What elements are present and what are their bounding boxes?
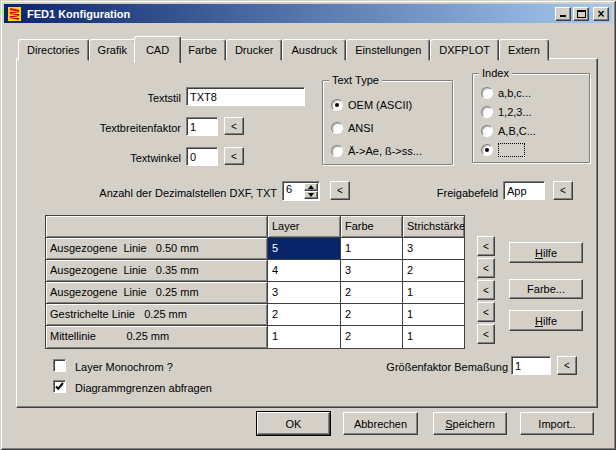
maximize-icon — [577, 10, 586, 18]
row-pick-button-1[interactable]: < — [477, 236, 495, 256]
table-cell-strichstaerke[interactable]: 1 — [403, 282, 464, 304]
window-title: FED1 Konfiguration — [27, 8, 130, 20]
radio-label: a,b,c... — [498, 87, 531, 99]
table-cell-layer[interactable]: 1 — [268, 326, 341, 348]
tab-grafik[interactable]: Grafik — [89, 39, 136, 61]
arrow-up-icon — [308, 185, 314, 189]
table-cell-farbe[interactable]: 2 — [341, 326, 403, 348]
tab-drucker[interactable]: Drucker — [226, 39, 283, 61]
textwinkel-label: Textwinkel — [40, 151, 181, 165]
tab-label: Drucker — [235, 44, 274, 56]
tab-label: CAD — [146, 44, 169, 56]
freigabefeld-label: Freigabefeld — [410, 186, 498, 200]
hilfe-button-bottom[interactable]: Hilfe — [509, 310, 583, 331]
radio-icon — [331, 122, 343, 134]
radio-label: OEM (ASCII) — [348, 99, 412, 111]
row-label: Gestrichelte Linie 0.25 mm — [46, 304, 268, 326]
tab-label: Grafik — [98, 44, 127, 56]
table-cell-farbe[interactable]: 1 — [341, 238, 403, 260]
table-cell-farbe[interactable]: 2 — [341, 282, 403, 304]
radio-umlaut-conversion[interactable]: Ä->Ae, ß->ss... — [331, 144, 422, 158]
row-pick-button-5[interactable]: < — [477, 324, 495, 344]
index-group-label: Index — [479, 67, 512, 80]
tab-label: Ausdruck — [291, 44, 337, 56]
table-cell-strichstaerke[interactable]: 3 — [403, 238, 464, 260]
table-header-empty — [46, 216, 268, 238]
radio-index-123[interactable]: 1,2,3... — [481, 105, 532, 119]
abbrechen-button[interactable]: Abbrechen — [343, 412, 418, 435]
radio-index-abc-lower[interactable]: a,b,c... — [481, 86, 531, 100]
row-pick-button-2[interactable]: < — [477, 258, 495, 278]
textbreitenfaktor-pick-button[interactable]: < — [224, 117, 244, 135]
row-label: Mittellinie 0.25 mm — [46, 326, 268, 348]
textbreitenfaktor-label: Textbreitenfaktor — [40, 121, 181, 135]
tab-ausdruck[interactable]: Ausdruck — [282, 39, 346, 61]
tab-farbe[interactable]: Farbe — [179, 39, 226, 61]
table-cell-strichstaerke[interactable]: 2 — [403, 260, 464, 282]
diagrammgrenzen-checkbox[interactable] — [53, 380, 66, 393]
layer-monochrom-checkbox[interactable] — [53, 359, 66, 372]
radio-icon — [331, 99, 343, 111]
tab-label: DXFPLOT — [439, 44, 490, 56]
tab-extern[interactable]: Extern — [499, 39, 549, 61]
groessenfaktor-input[interactable] — [511, 356, 551, 375]
freigabefeld-input[interactable] — [503, 181, 545, 200]
table-cell-layer[interactable]: 5 — [268, 238, 341, 260]
table-header-strichstaerke: Strichstärke — [403, 216, 464, 238]
radio-label: A,B,C... — [498, 125, 536, 137]
textstil-input[interactable] — [186, 87, 305, 106]
table-cell-layer[interactable]: 3 — [268, 282, 341, 304]
minimize-icon — [560, 9, 566, 17]
table-cell-layer[interactable]: 4 — [268, 260, 341, 282]
spin-up-button[interactable] — [304, 183, 318, 191]
ok-button[interactable]: OK — [257, 412, 330, 435]
tab-label: Extern — [508, 44, 540, 56]
empty-option-box — [498, 143, 525, 157]
diagrammgrenzen-label: Diagrammgrenzen abfragen — [75, 381, 212, 395]
close-button[interactable]: × — [593, 7, 609, 21]
radio-index-custom[interactable] — [481, 143, 525, 157]
table-cell-farbe[interactable]: 3 — [341, 260, 403, 282]
speichern-button[interactable]: Speichern — [433, 412, 507, 435]
dezimalstellen-spinner[interactable]: 6 — [282, 181, 320, 201]
radio-icon — [481, 87, 493, 99]
hilfe-button-top[interactable]: Hilfe — [509, 242, 583, 263]
row-label: Ausgezogene Linie 0.50 mm — [46, 238, 268, 260]
row-pick-button-3[interactable]: < — [477, 280, 495, 300]
table-cell-strichstaerke[interactable]: 1 — [403, 304, 464, 326]
farbe-button[interactable]: Farbe... — [509, 279, 583, 299]
tab-directories[interactable]: Directories — [18, 39, 89, 61]
spin-down-button[interactable] — [304, 191, 318, 199]
radio-index-abc-upper[interactable]: A,B,C... — [481, 124, 536, 138]
row-pick-button-4[interactable]: < — [477, 302, 495, 322]
groessenfaktor-pick-button[interactable]: < — [557, 356, 577, 375]
dialog-window: FED1 Konfiguration × Directories Grafik … — [0, 0, 616, 450]
freigabefeld-pick-button[interactable]: < — [553, 181, 573, 200]
maximize-button[interactable] — [573, 7, 589, 21]
table-cell-farbe[interactable]: 2 — [341, 304, 403, 326]
tab-label: Directories — [27, 44, 80, 56]
textwinkel-input[interactable] — [186, 147, 218, 166]
radio-ansi[interactable]: ANSI — [331, 121, 374, 135]
textstil-label: Textstil — [40, 91, 181, 105]
dezimalstellen-pick-button[interactable]: < — [330, 181, 350, 200]
table-cell-strichstaerke[interactable]: 1 — [403, 326, 464, 348]
table-cell-layer[interactable]: 2 — [268, 304, 341, 326]
import-button[interactable]: Import.. — [520, 412, 594, 435]
textbreitenfaktor-input[interactable] — [186, 117, 218, 136]
tab-dxfplot[interactable]: DXFPLOT — [430, 39, 499, 61]
radio-label: 1,2,3... — [498, 106, 532, 118]
text-type-group-label: Text Type — [329, 74, 382, 87]
dezimalstellen-label: Anzahl der Dezimalstellen DXF, TXT — [60, 186, 277, 200]
textwinkel-pick-button[interactable]: < — [224, 147, 244, 165]
radio-icon — [331, 145, 343, 157]
minimize-button[interactable] — [555, 7, 571, 21]
radio-icon — [481, 125, 493, 137]
layer-monochrom-label: Layer Monochrom ? — [75, 360, 173, 374]
tab-cad[interactable]: CAD — [134, 36, 181, 63]
text-type-group: Text Type OEM (ASCII) ANSI Ä->Ae, ß->ss.… — [322, 80, 453, 165]
tab-einstellungen[interactable]: Einstellungen — [346, 39, 430, 61]
radio-oem-ascii[interactable]: OEM (ASCII) — [331, 98, 412, 112]
close-icon: × — [597, 9, 604, 19]
groessenfaktor-label: Größenfaktor Bemaßung — [381, 360, 508, 374]
